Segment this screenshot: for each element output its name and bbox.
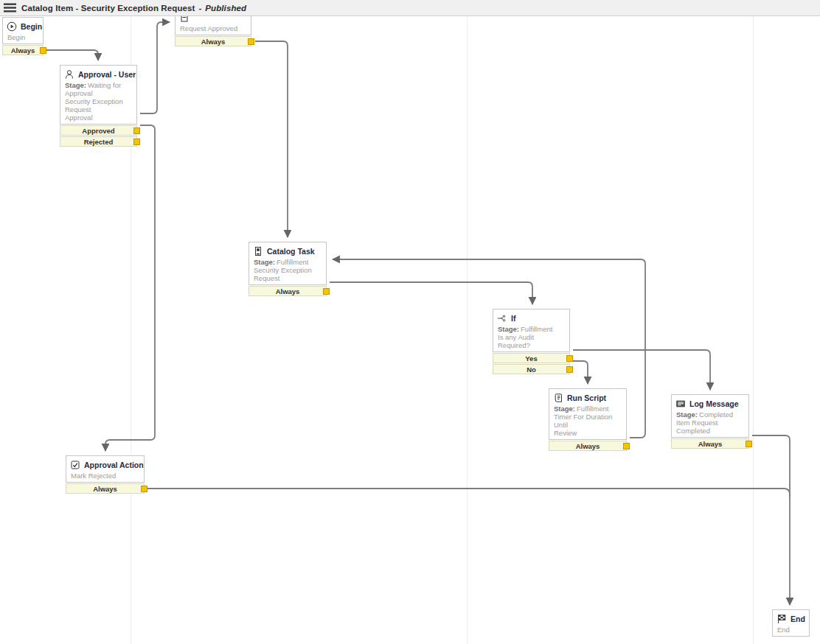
transition-rejected[interactable]: Rejected (60, 136, 137, 147)
transition-port[interactable] (323, 288, 330, 295)
node-title-row: Run Script (549, 389, 626, 404)
stage-value: Fulfillment (521, 325, 552, 333)
node-title-row: If (493, 309, 569, 324)
transition-port[interactable] (566, 355, 573, 362)
stage-label: Stage: (554, 405, 575, 413)
node-body: Request Approved (176, 24, 251, 35)
node-title: Approval - User (78, 70, 136, 79)
transition-port[interactable] (566, 366, 573, 373)
transition-always[interactable]: Always (249, 286, 327, 296)
node-box[interactable]: Log MessageStage:CompletedItem Request C… (671, 394, 749, 438)
begin-play-icon (7, 21, 17, 32)
node-body: Stage:Waiting for ApprovalSecurity Excep… (60, 80, 136, 124)
node-title-row: Log Message (672, 395, 748, 410)
node-body: Begin (3, 32, 43, 43)
script-scroll-icon (553, 393, 563, 403)
node-body: End (773, 625, 809, 636)
transition-label: Always (698, 440, 723, 448)
hamburger-menu-icon[interactable] (4, 3, 16, 13)
workflow-node-catalog-task[interactable]: Catalog TaskStage:FulfillmentSecurity Ex… (249, 242, 327, 296)
canvas-gridline (753, 16, 754, 644)
node-title-row: Begin (3, 18, 43, 32)
node-body: Stage:FulfillmentIs any Audit Required? (493, 324, 569, 351)
canvas-gridline (467, 16, 468, 644)
node-description: Security Exception Request (65, 97, 132, 113)
stage-line: Stage:Waiting for Approval (65, 81, 132, 97)
stage-label: Stage: (676, 410, 698, 419)
node-box[interactable]: EndEnd (772, 609, 810, 637)
node-description: Is any Audit Required? (498, 333, 565, 349)
transition-label: Always (11, 46, 35, 55)
workflow-node-begin[interactable]: BeginBeginAlways (2, 17, 44, 55)
node-body: Stage:FulfillmentTimer For Duration Unti… (549, 404, 626, 439)
stage-line: Stage:Fulfillment (554, 405, 622, 413)
node-description: Approval (65, 113, 132, 122)
transition-port[interactable] (248, 38, 254, 45)
node-title: Begin (21, 22, 42, 31)
stage-line: Stage:Fulfillment (254, 258, 322, 266)
stage-line: Stage:Fulfillment (498, 325, 565, 333)
transition-no[interactable]: No (493, 364, 570, 374)
approval-user-icon (64, 69, 74, 80)
end-flag-icon (776, 614, 787, 624)
workflow-node-if[interactable]: IfStage:FulfillmentIs any Audit Required… (493, 309, 570, 374)
transition-yes[interactable]: Yes (493, 353, 570, 363)
transition-always[interactable]: Always (175, 36, 251, 46)
transition-approved[interactable]: Approved (60, 125, 137, 136)
node-description: End (777, 626, 805, 634)
node-box[interactable]: Approval - UserStage:Waiting for Approva… (60, 65, 137, 125)
stage-label: Stage: (254, 258, 275, 266)
node-box[interactable]: BeginBegin (2, 17, 44, 44)
node-body: Stage:CompletedItem Request Completed (672, 410, 748, 437)
workflow-node-end[interactable]: EndEnd (772, 609, 810, 637)
node-title: If (511, 314, 515, 323)
node-box[interactable]: IfStage:FulfillmentIs any Audit Required… (493, 309, 570, 352)
workflow-node-approval-action[interactable]: Approval ActionMark RejectedAlways (66, 455, 145, 494)
node-title: Catalog Task (267, 247, 315, 256)
transition-label: Always (276, 287, 300, 295)
node-description: Mark Rejected (71, 472, 139, 480)
node-box[interactable]: Approval ActionMark Rejected (66, 455, 145, 483)
stage-value: Fulfillment (577, 405, 608, 413)
transition-label: Always (201, 38, 226, 46)
node-title: Log Message (689, 399, 739, 408)
node-title: Approval Action (84, 461, 144, 469)
transition-port[interactable] (141, 486, 147, 492)
node-box[interactable]: Run ScriptStage:FulfillmentTimer For Dur… (549, 388, 627, 440)
branch-if-icon (497, 313, 507, 323)
node-description: Begin (7, 33, 38, 41)
transition-port[interactable] (746, 441, 752, 447)
workflow-node-log-message[interactable]: Log MessageStage:CompletedItem Request C… (671, 394, 749, 449)
node-body: Stage:FulfillmentSecurity Exception Requ… (249, 257, 326, 284)
transition-always[interactable]: Always (66, 483, 145, 494)
transition-port[interactable] (40, 47, 46, 54)
node-title-row: Approval Action (66, 456, 144, 471)
transition-port[interactable] (133, 139, 140, 145)
transition-port[interactable] (133, 127, 140, 134)
workflow-canvas[interactable]: BeginBeginAlwaysRequest ApprovedAlwaysAp… (0, 16, 820, 644)
transition-label: Yes (525, 354, 537, 363)
log-message-icon (675, 399, 686, 409)
workflow-title: Catalog Item - Security Exception Reques… (21, 4, 195, 13)
node-description: Review (554, 429, 622, 437)
stage-label: Stage: (65, 81, 86, 89)
transition-port[interactable] (623, 443, 630, 449)
node-title: Run Script (567, 393, 606, 402)
workflow-node-run-script[interactable]: Run ScriptStage:FulfillmentTimer For Dur… (549, 388, 627, 451)
workflow-node-approval-user[interactable]: Approval - UserStage:Waiting for Approva… (60, 65, 137, 147)
node-title: End (791, 615, 805, 623)
checkbox-icon (70, 460, 80, 470)
transition-always[interactable]: Always (549, 441, 627, 451)
transition-always[interactable]: Always (2, 45, 44, 55)
node-body: Mark Rejected (66, 471, 144, 482)
workflow-header: Catalog Item - Security Exception Reques… (0, 0, 820, 16)
transition-label: Always (93, 485, 117, 493)
node-description: Request Approved (180, 24, 246, 32)
stage-label: Stage: (498, 325, 519, 333)
title-separator: - (198, 4, 201, 13)
node-box[interactable]: Catalog TaskStage:FulfillmentSecurity Ex… (249, 242, 327, 285)
transition-label: Always (576, 442, 600, 450)
catalog-task-icon (253, 246, 263, 256)
transition-always[interactable]: Always (671, 438, 749, 449)
stage-value: Completed (699, 410, 733, 419)
